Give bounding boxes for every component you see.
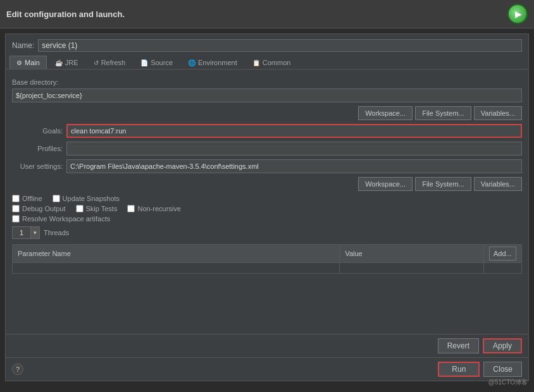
run-button[interactable]: Run	[438, 362, 480, 377]
help-icon[interactable]: ?	[12, 364, 23, 375]
user-settings-input[interactable]	[66, 159, 522, 173]
file-system-btn-1[interactable]: File System...	[415, 106, 471, 120]
base-dir-row	[12, 89, 522, 102]
footer-right-buttons: Run Close	[438, 362, 522, 377]
user-settings-btn-row: Workspace... File System... Variables...	[12, 177, 522, 191]
source-tab-icon: 📄	[140, 59, 148, 66]
common-tab-icon: 📋	[252, 59, 260, 66]
checkbox-area: Offline Update Snapshots Debug Output Sk…	[12, 195, 522, 223]
update-snapshots-checkbox[interactable]	[53, 195, 60, 202]
file-system-btn-2[interactable]: File System...	[415, 177, 471, 191]
update-snapshots-checkbox-item[interactable]: Update Snapshots	[53, 195, 120, 202]
run-circle-button[interactable]	[507, 4, 528, 24]
resolve-workspace-checkbox-item[interactable]: Resolve Workspace artifacts	[12, 215, 110, 223]
refresh-tab-icon: ↺	[94, 59, 99, 66]
parameter-table-wrapper: Parameter Name Value Add...	[12, 244, 522, 274]
debug-output-checkbox[interactable]	[12, 205, 20, 212]
workspace-btn-1[interactable]: Workspace...	[358, 106, 413, 120]
dialog-title: Edit configuration and launch.	[6, 9, 125, 19]
non-recursive-checkbox[interactable]	[127, 205, 135, 212]
goals-input[interactable]	[66, 124, 522, 138]
main-dialog: Name: ⚙ Main ☕ JRE ↺ Refresh 📄 Source 🌐 …	[5, 34, 529, 381]
bottom-buttons: Revert Apply	[6, 334, 528, 357]
param-col-value: Value	[340, 245, 484, 263]
apply-button[interactable]: Apply	[483, 338, 522, 353]
title-bar: Edit configuration and launch.	[0, 0, 534, 28]
watermark: @51CTO博客	[488, 378, 528, 387]
param-col-add: Add...	[484, 245, 522, 263]
base-dir-input[interactable]	[12, 89, 522, 102]
tab-common[interactable]: 📋 Common	[245, 56, 298, 69]
threads-row: ▾ Threads	[12, 226, 522, 239]
offline-checkbox[interactable]	[12, 195, 20, 202]
name-label: Name:	[12, 41, 34, 50]
offline-checkbox-item[interactable]: Offline	[12, 195, 42, 202]
profiles-input[interactable]	[66, 142, 522, 156]
footer-row: ? Run Close	[6, 357, 528, 381]
main-tab-icon: ⚙	[16, 59, 22, 66]
name-input[interactable]	[38, 39, 522, 52]
content-area: Base directory: Workspace... File System…	[6, 70, 528, 334]
threads-label: Threads	[44, 229, 69, 236]
debug-output-checkbox-item[interactable]: Debug Output	[12, 205, 66, 212]
tab-source[interactable]: 📄 Source	[134, 56, 180, 69]
threads-input[interactable]	[12, 226, 31, 239]
workspace-btn-2[interactable]: Workspace...	[358, 177, 413, 191]
tab-refresh[interactable]: ↺ Refresh	[87, 56, 133, 69]
non-recursive-checkbox-item[interactable]: Non-recursive	[127, 205, 180, 212]
table-row	[13, 263, 522, 274]
name-row: Name:	[6, 34, 528, 56]
checkbox-row-3: Resolve Workspace artifacts	[12, 215, 522, 223]
env-tab-icon: 🌐	[188, 59, 196, 66]
add-param-button[interactable]: Add...	[489, 247, 516, 260]
skip-tests-checkbox-item[interactable]: Skip Tests	[76, 205, 118, 212]
tab-environment[interactable]: 🌐 Environment	[181, 56, 244, 69]
parameter-table: Parameter Name Value Add...	[12, 244, 522, 274]
tab-bar: ⚙ Main ☕ JRE ↺ Refresh 📄 Source 🌐 Enviro…	[6, 56, 528, 70]
tab-main[interactable]: ⚙ Main	[9, 56, 47, 69]
checkbox-row-1: Offline Update Snapshots	[12, 195, 522, 202]
resolve-workspace-checkbox[interactable]	[12, 215, 20, 223]
skip-tests-checkbox[interactable]	[76, 205, 84, 212]
goals-label: Goals:	[12, 127, 63, 135]
goals-row: Goals:	[12, 124, 522, 138]
close-button[interactable]: Close	[483, 362, 522, 377]
variables-btn-2[interactable]: Variables...	[474, 177, 522, 191]
variables-btn-1[interactable]: Variables...	[474, 106, 522, 120]
base-dir-section-label: Base directory:	[12, 78, 522, 86]
user-settings-row: User settings:	[12, 159, 522, 173]
base-dir-btn-row: Workspace... File System... Variables...	[12, 106, 522, 120]
user-settings-label: User settings:	[12, 162, 63, 170]
checkbox-row-2: Debug Output Skip Tests Non-recursive	[12, 205, 522, 212]
profiles-row: Profiles:	[12, 142, 522, 156]
threads-spinner-btn[interactable]: ▾	[31, 226, 40, 239]
profiles-label: Profiles:	[12, 145, 63, 152]
tab-jre[interactable]: ☕ JRE	[48, 56, 85, 69]
revert-button[interactable]: Revert	[438, 338, 479, 353]
threads-spinner: ▾	[12, 226, 40, 239]
param-col-name: Parameter Name	[13, 245, 340, 263]
jre-tab-icon: ☕	[55, 59, 63, 66]
